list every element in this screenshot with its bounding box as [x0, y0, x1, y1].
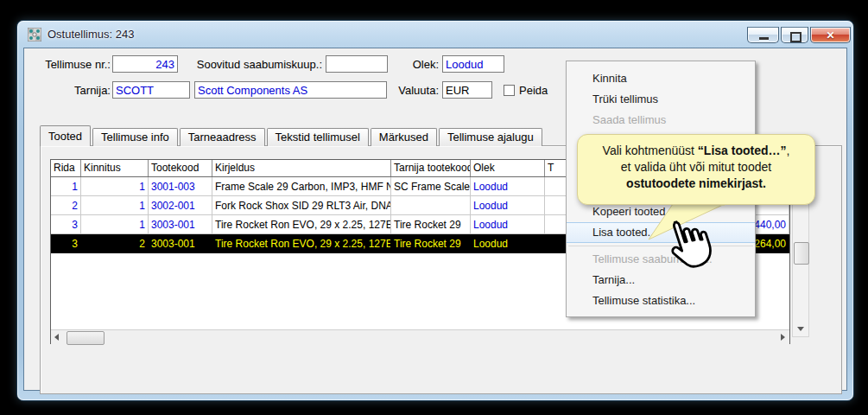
- scroll-right-button[interactable]: [776, 330, 789, 344]
- tab-tarneaadress[interactable]: Tarneaadress: [180, 128, 265, 146]
- supplier-code-input[interactable]: [112, 81, 190, 99]
- cell-kinnitus[interactable]: 2: [81, 234, 149, 253]
- horizontal-scrollbar-thumb[interactable]: [67, 331, 105, 345]
- column-header-tootekood[interactable]: Tootekood: [149, 160, 212, 176]
- column-header-tarnija_tootekood[interactable]: Tarnija tootekood: [391, 160, 471, 176]
- maximize-button[interactable]: [781, 27, 808, 43]
- cell-rida[interactable]: 2: [51, 196, 81, 215]
- cell-kirjeldus[interactable]: Frame Scale 29 Carbon, IMP3, HMF NET: [212, 177, 391, 196]
- hide-checkbox[interactable]: [504, 85, 515, 96]
- cell-tarnija_tootekood[interactable]: [391, 196, 471, 215]
- tab-bar: TootedTellimuse infoTarneaadressTekstid …: [40, 125, 544, 146]
- scroll-down-icon: [797, 327, 804, 331]
- horizontal-scrollbar[interactable]: [51, 329, 789, 344]
- column-header-olek[interactable]: Olek: [471, 160, 545, 176]
- scroll-left-button[interactable]: [51, 330, 65, 344]
- maximize-icon: [790, 32, 801, 42]
- cell-tootekood[interactable]: 3002-001: [149, 196, 212, 215]
- app-icon: [28, 28, 41, 42]
- tab-m-rkused[interactable]: Märkused: [371, 128, 437, 146]
- cell-olek[interactable]: Loodud: [471, 177, 545, 196]
- cell-kirjeldus[interactable]: Tire Rocket Ron EVO, 29 x 2.25, 127EF: [212, 215, 391, 234]
- cell-rida[interactable]: 3: [51, 234, 81, 253]
- menu-item-tarnija[interactable]: Tarnija...: [567, 270, 755, 290]
- hide-checkbox-label: Peida: [519, 84, 571, 97]
- window-title: Ostutellimus: 243: [48, 28, 134, 41]
- cell-kinnitus[interactable]: 1: [81, 196, 149, 215]
- order-number-label: Tellimuse nr.:: [43, 58, 111, 71]
- supplier-name-input[interactable]: [194, 81, 387, 99]
- minimize-button[interactable]: [747, 27, 779, 43]
- cell-tootekood[interactable]: 3003-001: [149, 215, 212, 234]
- cell-kinnitus[interactable]: 1: [81, 215, 149, 234]
- callout-line2: et valida üht või mitut toodet: [621, 160, 771, 174]
- cell-olek[interactable]: Loodud: [471, 215, 545, 234]
- supplier-label: Tarnija:: [43, 84, 111, 97]
- scroll-right-icon: [781, 334, 785, 341]
- cell-kinnitus[interactable]: 1: [81, 177, 149, 196]
- column-header-kirjeldus[interactable]: Kirjeldus: [212, 160, 391, 176]
- cell-olek[interactable]: Loodud: [471, 234, 545, 253]
- cell-tarnija_tootekood[interactable]: Tire Rocket 29: [391, 215, 471, 234]
- menu-item-tellimuse-statistika[interactable]: Tellimuse statistika...: [567, 290, 755, 311]
- tab-tellimuse-info[interactable]: Tellimuse info: [92, 128, 178, 146]
- cell-tarnija_tootekood[interactable]: SC Frame Scale: [391, 177, 471, 196]
- column-header-kinnitus[interactable]: Kinnitus: [81, 160, 149, 176]
- title-bar[interactable]: Ostutellimus: 243 ✕: [17, 21, 853, 48]
- callout-line1: Vali kohtmenüüst “Lisa tooted…”,: [603, 144, 790, 157]
- status-label: Olek:: [389, 58, 439, 71]
- menu-separator: [568, 246, 753, 246]
- menu-item-trüki-tellimus[interactable]: Trüki tellimus: [567, 89, 755, 110]
- instruction-callout: Vali kohtmenüüst “Lisa tooted…”, et vali…: [577, 134, 815, 205]
- menu-item-kinnita[interactable]: Kinnita: [567, 68, 755, 89]
- cell-olek[interactable]: Loodud: [471, 196, 545, 215]
- tab-tekstid-tellimusel[interactable]: Tekstid tellimusel: [267, 128, 369, 146]
- cell-kirjeldus[interactable]: Fork Rock Shox SID 29 RLT3 Air, DNA3: [212, 196, 391, 215]
- close-button[interactable]: ✕: [810, 27, 851, 43]
- menu-item-tellimuse-saabumised: Tellimuse saabumised...: [567, 249, 755, 270]
- close-icon: ✕: [811, 29, 850, 42]
- requested-arrival-input[interactable]: [326, 55, 388, 73]
- cell-tootekood[interactable]: 3001-003: [149, 177, 212, 196]
- cell-kirjeldus[interactable]: Tire Rocket Ron EVO, 29 x 2.25, 127EF: [212, 234, 391, 253]
- tab-tooted[interactable]: Tooted: [40, 125, 91, 146]
- cell-tarnija_tootekood[interactable]: Tire Rocket 29: [391, 234, 471, 253]
- cell-rida[interactable]: 1: [51, 177, 81, 196]
- column-header-rida[interactable]: Rida: [51, 160, 81, 176]
- menu-item-saada-tellimus: Saada tellimus: [567, 110, 755, 131]
- callout-line3: ostutoodete nimekirjast.: [626, 176, 766, 190]
- status-input[interactable]: [442, 55, 504, 73]
- minimize-icon: [759, 37, 769, 40]
- cell-tootekood[interactable]: 3003-001: [149, 234, 212, 253]
- currency-input[interactable]: [442, 81, 492, 99]
- requested-arrival-label: Soovitud saabumiskuup.:: [194, 58, 322, 71]
- scroll-left-icon: [54, 334, 59, 341]
- currency-label: Valuuta:: [389, 84, 439, 97]
- tab-tellimuse-ajalugu[interactable]: Tellimuse ajalugu: [439, 128, 542, 146]
- desktop: { "window": { "title": "Ostutellimus: 24…: [0, 0, 868, 415]
- purchase-order-window: Ostutellimus: 243 ✕ Tellimuse nr.: Soovi…: [17, 21, 853, 400]
- scroll-down-button[interactable]: [793, 321, 808, 336]
- cell-rida[interactable]: 3: [51, 215, 81, 234]
- order-number-input[interactable]: [112, 55, 178, 73]
- vertical-scrollbar-thumb[interactable]: [794, 242, 809, 265]
